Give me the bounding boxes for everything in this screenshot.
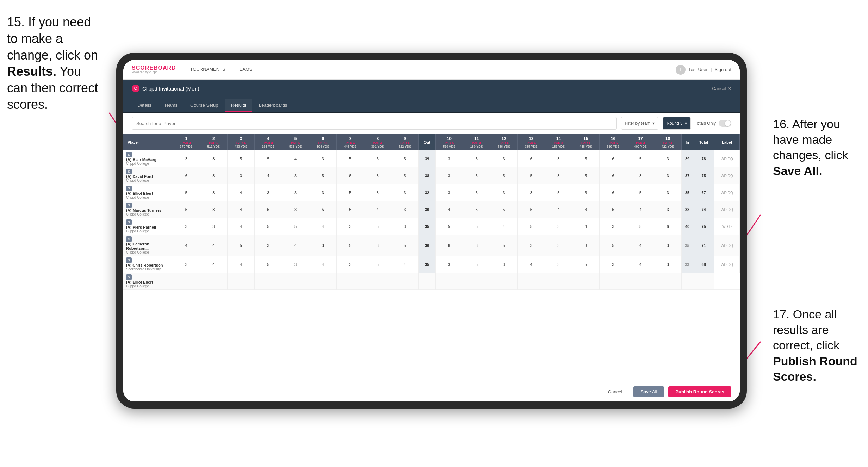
- score-cell[interactable]: 5: [255, 218, 282, 235]
- score-cell[interactable]: 6: [173, 167, 200, 184]
- score-cell[interactable]: 3: [173, 256, 200, 273]
- tab-results[interactable]: Results: [225, 99, 252, 112]
- score-cell[interactable]: 5: [364, 218, 391, 235]
- score-cell[interactable]: 3: [517, 235, 545, 256]
- score-cell[interactable]: 5: [463, 167, 490, 184]
- nav-tournaments[interactable]: TOURNAMENTS: [190, 65, 225, 74]
- score-cell[interactable]: 4: [545, 201, 572, 218]
- score-cell[interactable]: 4: [227, 184, 255, 201]
- score-cell[interactable]: 5: [173, 201, 200, 218]
- score-cell[interactable]: 3: [435, 184, 463, 201]
- score-cell[interactable]: 3: [200, 201, 228, 218]
- score-cell[interactable]: 3: [282, 167, 309, 184]
- score-cell[interactable]: 5: [435, 218, 463, 235]
- toggle-switch[interactable]: [719, 120, 731, 127]
- score-cell[interactable]: 5: [490, 167, 518, 184]
- score-cell[interactable]: 5: [255, 150, 282, 167]
- score-cell[interactable]: 5: [600, 201, 627, 218]
- score-cell[interactable]: 5: [364, 256, 391, 273]
- score-cell[interactable]: 3: [490, 184, 518, 201]
- score-cell[interactable]: 3: [309, 235, 337, 256]
- score-cell[interactable]: 3: [490, 256, 518, 273]
- score-cell[interactable]: 3: [517, 184, 545, 201]
- cancel-button[interactable]: Cancel: [601, 386, 629, 397]
- publish-round-scores-button[interactable]: Publish Round Scores: [668, 386, 731, 397]
- score-cell[interactable]: 4: [517, 256, 545, 273]
- score-cell[interactable]: 5: [463, 150, 490, 167]
- score-cell[interactable]: 3: [600, 256, 627, 273]
- score-cell[interactable]: 6: [336, 167, 364, 184]
- score-cell[interactable]: 3: [227, 167, 255, 184]
- score-cell[interactable]: 3: [490, 150, 518, 167]
- score-cell[interactable]: 3: [435, 150, 463, 167]
- score-cell[interactable]: 4: [227, 218, 255, 235]
- score-cell[interactable]: 5: [391, 235, 419, 256]
- score-cell[interactable]: 3: [654, 150, 682, 167]
- score-cell[interactable]: 4: [282, 150, 309, 167]
- score-cell[interactable]: 3: [463, 235, 490, 256]
- score-cell[interactable]: 3: [391, 184, 419, 201]
- nav-teams[interactable]: TEAMS: [237, 65, 253, 74]
- score-cell[interactable]: 5: [490, 201, 518, 218]
- score-cell[interactable]: 3: [364, 167, 391, 184]
- scores-table-wrapper[interactable]: Player 1PAR 4370 YDS 2PAR 5511 YDS 3PAR …: [123, 134, 740, 382]
- score-cell[interactable]: 4: [282, 235, 309, 256]
- score-cell[interactable]: 5: [173, 184, 200, 201]
- score-cell[interactable]: 3: [391, 218, 419, 235]
- score-cell[interactable]: 5: [545, 184, 572, 201]
- score-cell[interactable]: 5: [463, 201, 490, 218]
- score-cell[interactable]: 3: [572, 235, 600, 256]
- score-cell[interactable]: 3: [336, 218, 364, 235]
- score-cell[interactable]: 4: [227, 256, 255, 273]
- score-cell[interactable]: 6: [600, 167, 627, 184]
- search-input[interactable]: [132, 117, 617, 130]
- score-cell[interactable]: 5: [336, 184, 364, 201]
- sign-out-link[interactable]: Sign out: [714, 67, 731, 72]
- score-cell[interactable]: 5: [627, 218, 654, 235]
- score-cell[interactable]: 6: [517, 150, 545, 167]
- score-cell[interactable]: 6: [364, 150, 391, 167]
- score-cell[interactable]: 5: [600, 235, 627, 256]
- score-cell[interactable]: 3: [200, 218, 228, 235]
- score-cell[interactable]: 3: [391, 201, 419, 218]
- score-cell[interactable]: 4: [627, 235, 654, 256]
- score-cell[interactable]: 5: [517, 201, 545, 218]
- score-cell[interactable]: 3: [173, 218, 200, 235]
- score-cell[interactable]: 5: [336, 150, 364, 167]
- score-cell[interactable]: 5: [572, 167, 600, 184]
- score-cell[interactable]: 5: [255, 201, 282, 218]
- score-cell[interactable]: 3: [654, 167, 682, 184]
- score-cell[interactable]: 3: [435, 256, 463, 273]
- score-cell[interactable]: 4: [255, 167, 282, 184]
- score-cell[interactable]: 3: [545, 167, 572, 184]
- score-cell[interactable]: 3: [654, 201, 682, 218]
- score-cell[interactable]: 5: [517, 218, 545, 235]
- score-cell[interactable]: 3: [545, 256, 572, 273]
- score-cell[interactable]: 6: [654, 218, 682, 235]
- score-cell[interactable]: 6: [600, 150, 627, 167]
- score-cell[interactable]: 3: [200, 150, 228, 167]
- score-cell[interactable]: 3: [572, 201, 600, 218]
- score-cell[interactable]: 5: [463, 218, 490, 235]
- score-cell[interactable]: 5: [463, 256, 490, 273]
- score-cell[interactable]: 3: [545, 235, 572, 256]
- score-cell[interactable]: 3: [545, 150, 572, 167]
- score-cell[interactable]: 4: [572, 218, 600, 235]
- score-cell[interactable]: 4: [309, 218, 337, 235]
- tab-details[interactable]: Details: [132, 99, 157, 112]
- score-cell[interactable]: 5: [255, 256, 282, 273]
- score-cell[interactable]: 3: [282, 184, 309, 201]
- score-cell[interactable]: 5: [336, 235, 364, 256]
- score-cell[interactable]: 5: [227, 150, 255, 167]
- totals-only-toggle[interactable]: Totals Only: [695, 120, 731, 127]
- score-cell[interactable]: 6: [435, 235, 463, 256]
- score-cell[interactable]: 3: [654, 235, 682, 256]
- score-cell[interactable]: 3: [200, 167, 228, 184]
- tab-course-setup[interactable]: Course Setup: [185, 99, 224, 112]
- score-cell[interactable]: 3: [627, 167, 654, 184]
- score-cell[interactable]: 3: [255, 184, 282, 201]
- score-cell[interactable]: 4: [200, 256, 228, 273]
- score-cell[interactable]: 5: [391, 150, 419, 167]
- cancel-tournament-btn[interactable]: Cancel ✕: [712, 86, 731, 91]
- save-all-button[interactable]: Save All: [633, 386, 664, 397]
